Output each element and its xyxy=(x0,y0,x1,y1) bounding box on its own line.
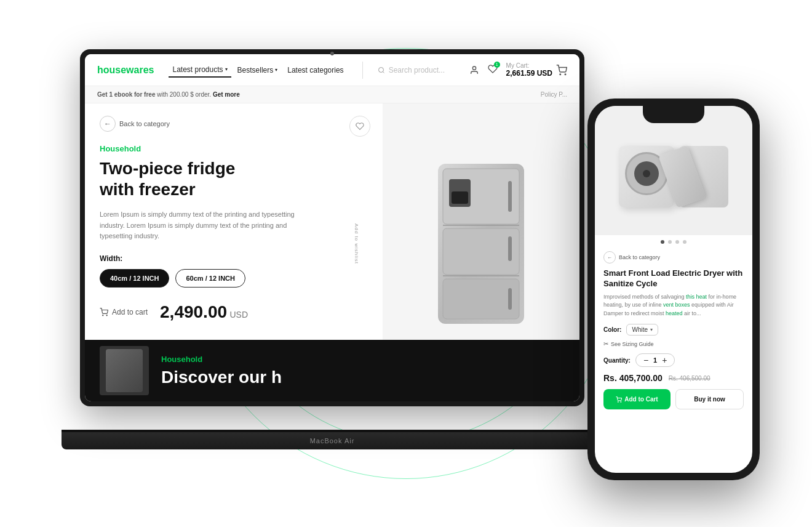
laptop-screen-outer: housewares Latest products ▾ Bestsellers… xyxy=(80,49,584,406)
color-dropdown[interactable]: White ▾ xyxy=(626,324,658,336)
promo-bar: Get 1 ebook for free with 200.00 $ order… xyxy=(85,86,579,103)
laptop-screen: housewares Latest products ▾ Bestsellers… xyxy=(85,54,579,401)
chevron-down-icon: ▾ xyxy=(225,66,228,72)
fridge-svg xyxy=(420,158,543,330)
phone-price-row: Rs. 405,700.00 Rs. 406,500.00 xyxy=(603,373,744,383)
add-to-cart-button[interactable]: Add to cart xyxy=(100,308,148,316)
highlight-text: this heat xyxy=(686,294,707,300)
width-label: Width: xyxy=(100,254,368,263)
width-option-60cm[interactable]: 60cm / 12 INCH xyxy=(175,269,245,288)
color-label: Color: xyxy=(603,326,621,333)
cart-area[interactable]: My Cart: 2,661.59 USD xyxy=(506,62,567,78)
svg-point-18 xyxy=(618,401,619,402)
dot-2 xyxy=(668,240,672,244)
quantity-increase-button[interactable]: + xyxy=(662,356,667,364)
highlight-text-2: vent boxes xyxy=(663,302,690,308)
bottom-text: Household Discover our h xyxy=(161,355,565,387)
nav-item-bestsellers[interactable]: Bestsellers ▾ xyxy=(234,63,282,77)
laptop-device: housewares Latest products ▾ Bestsellers… xyxy=(80,49,584,449)
svg-point-4 xyxy=(565,74,566,75)
phone-device: ← Back to category Smart Front Load Elec… xyxy=(587,99,760,480)
nav-item-latest-products[interactable]: Latest products ▾ xyxy=(169,63,231,78)
product-description: Lorem Ipsum is simply dummy text of the … xyxy=(100,209,297,242)
phone-product-content: ← Back to category Smart Front Load Elec… xyxy=(595,246,752,414)
bottom-heading: Discover our h xyxy=(161,368,565,387)
phone-action-row: Add to Cart Buy it now xyxy=(603,389,744,409)
product-title: Two-piece fridgewith freezer xyxy=(100,158,368,199)
chevron-down-icon: ▾ xyxy=(275,67,277,73)
header-icons: 1 My Cart: 2,661.59 USD xyxy=(469,62,567,78)
product-image-fridge xyxy=(420,158,543,330)
laptop-base xyxy=(62,432,603,449)
nav-divider xyxy=(362,62,363,79)
phone-add-to-cart-button[interactable]: Add to Cart xyxy=(603,389,671,409)
back-arrow-icon: ← xyxy=(100,116,116,132)
user-icon[interactable] xyxy=(469,65,479,75)
svg-rect-9 xyxy=(443,228,519,275)
dryer-open-body xyxy=(679,146,728,207)
phone-screen: ← Back to category Smart Front Load Elec… xyxy=(595,106,752,473)
search-area: Search product... xyxy=(378,66,460,74)
svg-point-19 xyxy=(621,401,621,402)
dot-1 xyxy=(661,240,664,244)
site-header: housewares Latest products ▾ Bestsellers… xyxy=(85,54,579,86)
svg-rect-10 xyxy=(443,279,519,319)
quantity-value: 1 xyxy=(653,356,657,364)
svg-point-0 xyxy=(378,67,383,72)
bottom-section: Household Discover our h xyxy=(85,340,579,401)
sizing-guide-link: See Sizing Guide xyxy=(611,341,654,347)
quantity-decrease-button[interactable]: − xyxy=(643,356,648,364)
svg-point-5 xyxy=(103,315,103,316)
svg-line-1 xyxy=(383,71,384,73)
add-to-cart-row: Add to cart 2,490.00 USD xyxy=(100,302,368,322)
product-price: 2,490.00 USD xyxy=(160,302,248,322)
svg-rect-12 xyxy=(508,236,512,261)
phone-price: Rs. 405,700.00 xyxy=(603,373,663,383)
bottom-category: Household xyxy=(161,355,565,364)
highlight-text-3: heated xyxy=(666,310,683,316)
wishlist-button[interactable] xyxy=(349,116,370,137)
promo-text: Get 1 ebook for free with 200.00 $ order… xyxy=(97,91,240,98)
laptop-camera xyxy=(330,52,334,55)
product-category: Household xyxy=(100,144,368,153)
phone-product-title: Smart Front Load Electric Dryer with San… xyxy=(603,268,744,289)
wishlist-vertical-label: Add to wishlist xyxy=(353,223,359,264)
cart-icon-small xyxy=(100,308,108,316)
wishlist-badge: 1 xyxy=(494,62,500,68)
scene: housewares Latest products ▾ Bestsellers… xyxy=(0,0,812,527)
dot-4 xyxy=(683,240,687,244)
sizing-icon: ✂ xyxy=(603,340,608,347)
color-value: White xyxy=(632,326,648,333)
chevron-down-icon: ▾ xyxy=(650,327,653,332)
phone-original-price: Rs. 406,500.00 xyxy=(669,375,710,382)
image-dots xyxy=(595,235,752,246)
thumb-image xyxy=(106,349,143,392)
quantity-control: − 1 + xyxy=(635,353,675,367)
dryer-inner-dot xyxy=(643,170,650,177)
main-nav: Latest products ▾ Bestsellers ▾ Latest c… xyxy=(169,63,347,78)
svg-point-2 xyxy=(472,66,476,70)
heart-icon xyxy=(356,122,364,131)
width-options: 40cm / 12 INCH 60cm / 12 INCH xyxy=(100,269,368,288)
site-logo: housewares xyxy=(97,65,154,76)
svg-point-6 xyxy=(106,315,107,316)
cart-icon-phone xyxy=(616,396,622,403)
phone-back-button[interactable]: ← Back to category xyxy=(603,251,744,264)
sizing-guide-row[interactable]: ✂ See Sizing Guide xyxy=(603,340,744,347)
svg-rect-11 xyxy=(508,181,512,212)
cart-icon xyxy=(556,65,567,76)
bottom-thumbnail xyxy=(100,346,149,395)
quantity-label: Quantity: xyxy=(603,357,631,364)
phone-back-arrow-icon: ← xyxy=(603,251,616,264)
quantity-row: Quantity: − 1 + xyxy=(603,353,744,367)
dot-3 xyxy=(675,240,679,244)
wishlist-icon-wrapper[interactable]: 1 xyxy=(488,64,498,76)
search-placeholder: Search product... xyxy=(389,66,445,74)
dryer-image xyxy=(619,146,728,207)
width-option-40cm[interactable]: 40cm / 12 INCH xyxy=(100,269,169,288)
dryer-inner xyxy=(634,161,659,186)
nav-item-categories[interactable]: Latest categories xyxy=(284,63,347,77)
phone-buy-now-button[interactable]: Buy it now xyxy=(675,389,744,409)
back-to-category-button[interactable]: ← Back to category xyxy=(100,116,368,132)
svg-rect-15 xyxy=(452,191,468,204)
